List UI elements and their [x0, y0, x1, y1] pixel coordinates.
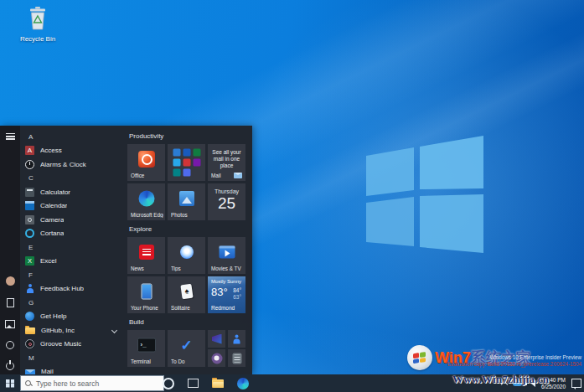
tile-photos[interactable]: Photos — [168, 183, 205, 220]
app-list-item-camera[interactable]: Camera — [20, 213, 124, 227]
tile-office-apps-group[interactable] — [168, 144, 205, 181]
tile-solitaire[interactable]: Solitaire — [168, 276, 205, 313]
cortana-icon[interactable] — [163, 378, 174, 389]
hamburger-menu-icon[interactable] — [6, 133, 15, 140]
github-icon — [211, 353, 222, 364]
tile-label: News — [131, 266, 163, 271]
tile-label: Microsoft Edge — [131, 212, 163, 218]
power-icon[interactable] — [6, 362, 14, 370]
app-list-item-groove-music[interactable]: Groove Music — [20, 338, 124, 352]
app-label: GitHub, Inc — [41, 327, 75, 334]
tips-icon — [180, 245, 194, 259]
tile-weather[interactable]: Mostly Sunny83°84°63°Redmond — [208, 276, 245, 313]
tile-news[interactable]: News — [127, 237, 165, 274]
build-line: Evaluation copy. Build 20152.rs_prerelea… — [447, 361, 581, 368]
tile-section-header-productivity[interactable]: Productivity — [129, 132, 252, 141]
office-icon — [138, 151, 155, 168]
app-label: Access — [40, 147, 62, 154]
tile-movies-tv[interactable]: Movies & TV — [208, 237, 245, 274]
search-icon — [25, 380, 32, 387]
tile-grid: NewsTipsMovies & TVYour PhoneSolitaireMo… — [127, 237, 246, 313]
tile-date[interactable]: Thursday25 — [208, 183, 245, 220]
app-list-header-g[interactable]: G — [20, 296, 124, 310]
weather-location: Redmond — [211, 305, 235, 311]
small-tile-group — [208, 330, 245, 367]
tile-section-header-build[interactable]: Build — [129, 318, 252, 327]
tile-label: To Do — [171, 358, 204, 364]
app-list-header-m[interactable]: M — [20, 351, 124, 365]
app-label: Mail — [41, 368, 54, 374]
app-list-header-e[interactable]: E — [20, 240, 124, 255]
task-view-icon[interactable] — [188, 379, 199, 388]
tile-calculator-beta[interactable] — [228, 349, 245, 367]
visual-studio-icon — [212, 334, 222, 344]
tile-label: Office — [131, 173, 163, 178]
office-apps-grid-icon — [173, 149, 200, 177]
chevron-down-icon[interactable] — [111, 328, 117, 333]
taskbar-search-box[interactable]: Type here to search — [20, 375, 164, 391]
app-list-item-access[interactable]: Access — [20, 144, 124, 158]
app-list-item-excel[interactable]: Excel — [20, 255, 124, 269]
weather-low: 63° — [233, 294, 241, 300]
groove-icon — [25, 339, 34, 348]
start-button[interactable] — [0, 374, 20, 392]
recycle-bin-label: Recycle Bin — [13, 35, 62, 43]
search-placeholder: Type here to search — [36, 379, 99, 388]
camera-icon — [25, 215, 34, 224]
weather-temp: 83° — [211, 286, 228, 298]
app-list-header-a[interactable]: A — [20, 130, 124, 144]
tile-microsoft-edge[interactable]: Microsoft Edge — [127, 183, 165, 220]
calendar-day: 25 — [208, 194, 245, 212]
todo-icon — [180, 337, 192, 354]
documents-icon[interactable] — [7, 298, 14, 307]
alarms-icon — [25, 160, 34, 169]
tile-visual-studio[interactable] — [208, 330, 225, 348]
app-list-item-cortana[interactable]: Cortana — [20, 227, 124, 241]
app-list-item-github-inc[interactable]: GitHub, Inc — [20, 323, 124, 338]
recycle-bin-shortcut[interactable]: Recycle Bin — [13, 7, 62, 43]
pictures-icon[interactable] — [5, 320, 15, 328]
app-label: Calculator — [40, 188, 70, 196]
movies-icon — [219, 246, 235, 259]
app-list-item-get-help[interactable]: Get Help — [20, 310, 124, 324]
app-list-item-mail[interactable]: Mail — [20, 365, 124, 375]
action-center-icon[interactable] — [571, 379, 581, 388]
user-icon[interactable] — [6, 276, 15, 286]
weather-high: 84° — [233, 287, 241, 293]
app-list-item-calculator[interactable]: Calculator — [20, 185, 124, 199]
tile-to-do[interactable]: To Do — [168, 330, 205, 367]
tile-mail[interactable]: See all your mail in one placeMail — [208, 144, 245, 181]
edge-icon — [138, 191, 154, 207]
tile-office[interactable]: Office — [127, 144, 165, 181]
start-menu-app-list: AAccessAlarms & ClockCCalculatorCalendar… — [20, 126, 124, 374]
tile-tips[interactable]: Tips — [168, 237, 205, 274]
tile-grid: OfficeSee all your mail in one placeMail… — [127, 144, 246, 220]
url-watermark: Www.Win7zhijia.cn — [452, 373, 549, 386]
tile-terminal[interactable]: Terminal — [127, 330, 165, 367]
app-list-header-c[interactable]: C — [20, 172, 124, 186]
calculator-icon — [25, 188, 34, 197]
tile-dev-portal[interactable] — [228, 330, 245, 348]
tile-label: Movies & TV — [211, 266, 244, 271]
build-watermark: Windows 10 Enterprise Insider Preview Ev… — [447, 354, 581, 367]
excel-icon — [25, 256, 34, 266]
app-label: Camera — [40, 216, 64, 224]
tile-section-header-explore[interactable]: Explore — [129, 225, 252, 234]
file-explorer-icon[interactable] — [212, 379, 224, 388]
terminal-icon — [137, 338, 156, 353]
app-list-item-calendar[interactable]: Calendar — [20, 199, 124, 214]
settings-icon[interactable] — [6, 341, 14, 349]
tile-your-phone[interactable]: Your Phone — [127, 276, 165, 313]
app-list-item-feedback-hub[interactable]: Feedback Hub — [20, 282, 124, 297]
edge-icon[interactable] — [237, 378, 249, 389]
news-icon — [139, 245, 154, 260]
windows-logo-wallpaper — [366, 136, 483, 254]
app-list-item-alarms-clock[interactable]: Alarms & Clock — [20, 157, 124, 172]
tile-github[interactable] — [208, 349, 225, 367]
ghfolder-icon — [25, 328, 35, 334]
tile-label: Terminal — [131, 358, 163, 364]
app-label: Get Help — [40, 312, 67, 320]
app-list-header-f[interactable]: F — [20, 268, 124, 282]
app-label: Cortana — [40, 230, 64, 237]
tile-label: Your Phone — [131, 305, 163, 311]
